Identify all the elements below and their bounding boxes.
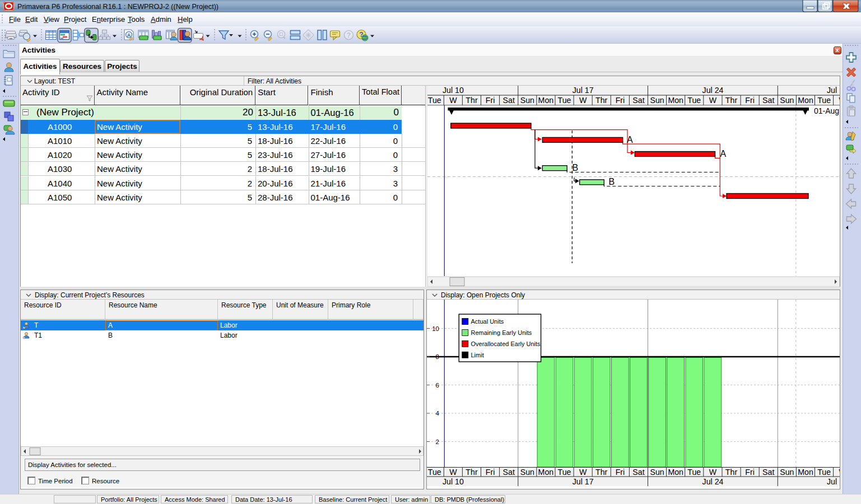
svg-text:Jul 24: Jul 24 — [702, 86, 724, 95]
svg-text:A: A — [127, 32, 131, 38]
svg-text:Tue: Tue — [428, 96, 441, 105]
svg-text:W: W — [579, 96, 587, 105]
svg-text:Jul 24: Jul 24 — [702, 477, 724, 486]
svg-text:Mon: Mon — [798, 468, 813, 477]
svg-text:Mon: Mon — [668, 468, 683, 477]
svg-text:Jul 10: Jul 10 — [443, 477, 464, 486]
svg-text:W: W — [709, 468, 717, 477]
svg-text:A: A — [627, 135, 633, 144]
svg-text:4: 4 — [436, 410, 440, 417]
svg-text:Sun: Sun — [780, 96, 794, 105]
svg-text:6: 6 — [436, 382, 439, 389]
svg-text:Overallocated Early Units: Overallocated Early Units — [471, 340, 541, 347]
svg-text:Thr: Thr — [595, 468, 608, 477]
svg-text:Sat: Sat — [503, 96, 515, 105]
svg-text:Sun: Sun — [520, 96, 534, 105]
svg-text:Sun: Sun — [780, 468, 794, 477]
svg-text:Tue: Tue — [687, 96, 701, 105]
svg-text:Thr: Thr — [595, 96, 608, 105]
svg-text:Sat: Sat — [503, 468, 515, 477]
svg-text:W: W — [449, 96, 457, 105]
svg-text:Sat: Sat — [762, 468, 774, 477]
svg-text:A: A — [720, 149, 727, 158]
svg-text:Fri: Fri — [486, 96, 495, 105]
svg-text:Fri: Fri — [616, 468, 625, 477]
svg-text:B: B — [573, 163, 579, 172]
svg-text:Jul 17: Jul 17 — [573, 86, 594, 95]
svg-text:Tue: Tue — [428, 468, 441, 477]
svg-text:Jul 10: Jul 10 — [443, 86, 464, 95]
svg-text:Mon: Mon — [538, 468, 554, 477]
svg-text:Remaining Early Units: Remaining Early Units — [471, 329, 532, 336]
svg-text:Sun: Sun — [520, 468, 534, 477]
svg-text:Sun: Sun — [650, 96, 664, 105]
svg-text:Sat: Sat — [632, 96, 644, 105]
svg-text:Jul: Jul — [827, 86, 837, 95]
svg-text:Tue: Tue — [687, 468, 701, 477]
svg-text:Tue: Tue — [558, 468, 571, 477]
svg-text:Jul: Jul — [827, 477, 837, 486]
svg-text:Fri: Fri — [486, 468, 495, 477]
svg-text:Fri: Fri — [745, 468, 755, 477]
svg-text:Mon: Mon — [538, 96, 554, 105]
svg-text:Sat: Sat — [762, 96, 774, 105]
svg-text:Fri: Fri — [745, 96, 755, 105]
svg-text:Thr: Thr — [725, 96, 738, 105]
svg-text:Mon: Mon — [668, 96, 683, 105]
svg-text:Tue: Tue — [817, 96, 831, 105]
svg-text:Fri: Fri — [616, 96, 625, 105]
svg-text:Mon: Mon — [798, 96, 813, 105]
svg-text:Thr: Thr — [466, 468, 478, 477]
svg-text:W: W — [839, 96, 840, 105]
svg-text:B: B — [609, 177, 615, 186]
svg-text:Jul 17: Jul 17 — [573, 477, 594, 486]
svg-text:W: W — [579, 468, 587, 477]
svg-text:Tue: Tue — [817, 468, 831, 477]
svg-text:?: ? — [347, 31, 351, 39]
svg-text:Thr: Thr — [466, 96, 478, 105]
svg-text:Actual Units: Actual Units — [471, 318, 504, 325]
svg-text:Thr: Thr — [725, 468, 738, 477]
svg-text:Tue: Tue — [558, 96, 571, 105]
svg-text:W: W — [449, 468, 457, 477]
svg-text:8: 8 — [436, 353, 439, 360]
svg-text:W: W — [839, 468, 840, 477]
svg-text:W: W — [709, 96, 717, 105]
svg-text:10: 10 — [432, 325, 439, 332]
svg-text:2: 2 — [436, 438, 439, 445]
svg-text:Sat: Sat — [632, 468, 644, 477]
svg-text:01-Aug: 01-Aug — [814, 106, 839, 115]
svg-text:Limit: Limit — [471, 352, 484, 358]
svg-text:Sun: Sun — [650, 468, 664, 477]
